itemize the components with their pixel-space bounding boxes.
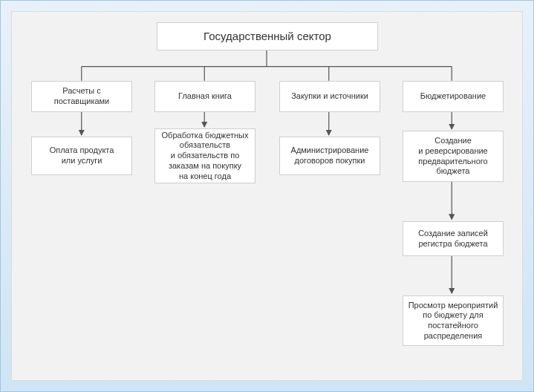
node-accounts-payable-label: Расчеты с поставщиками [36,86,127,107]
node-process-commitments-label: Обработка бюджетных обязательств и обяза… [160,131,250,182]
node-create-reverse-budget: Создание и реверсирование предварительно… [403,131,504,182]
node-procurement: Закупки и источники [279,81,380,112]
node-admin-contracts-label: Администрирование договоров покупки [284,146,375,166]
node-process-commitments: Обработка бюджетных обязательств и обяза… [154,128,255,183]
node-general-ledger-label: Главная книга [178,91,232,102]
node-create-budget-entries: Создание записей регистра бюджета [403,221,504,256]
node-budgeting-label: Бюджетирование [420,91,486,102]
node-budgeting: Бюджетирование [403,81,504,112]
node-accounts-payable: Расчеты с поставщиками [31,81,132,112]
node-admin-contracts: Администрирование договоров покупки [279,137,380,175]
node-review-budget-activities: Просмотр мероприятий по бюджету для пост… [403,295,504,346]
page-frame: Государственный сектор Расчеты с поставщ… [0,0,534,392]
node-create-budget-entries-label: Создание записей регистра бюджета [408,229,498,249]
diagram-canvas: Государственный сектор Расчеты с поставщ… [11,11,523,381]
node-root-label: Государственный сектор [203,30,331,44]
node-create-reverse-budget-label: Создание и реверсирование предварительно… [408,136,498,177]
node-procurement-label: Закупки и источники [291,91,368,102]
node-general-ledger: Главная книга [154,81,255,112]
node-review-budget-activities-label: Просмотр мероприятий по бюджету для пост… [408,301,498,342]
node-pay-product: Оплата продукта или услуги [31,137,132,175]
node-root: Государственный сектор [157,22,378,50]
node-pay-product-label: Оплата продукта или услуги [36,146,127,166]
